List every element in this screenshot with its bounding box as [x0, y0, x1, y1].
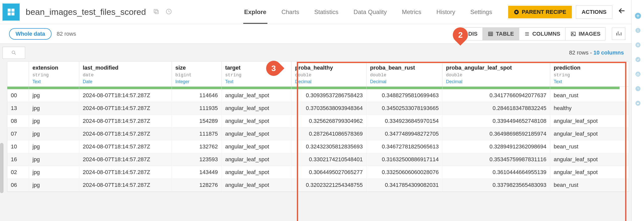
scrollbar-handle[interactable] — [0, 143, 4, 193]
cell-prediction: angular_leaf_spot — [550, 115, 620, 127]
columns-view-label: COLUMNS — [532, 31, 560, 37]
cell-last-modified: 2024-08-07T18:14:57.287Z — [79, 153, 172, 166]
annotation-marker-2: 2 — [453, 27, 468, 42]
parent-recipe-button[interactable]: PARENT RECIPE — [508, 6, 572, 18]
cell-proba-angular-leaf-spot: 0.3610444664955139 — [442, 166, 550, 179]
dataset-action-icons — [153, 8, 172, 16]
cell-last-modified: 2024-08-07T18:14:57.287Z — [79, 128, 172, 140]
cell-last-modified: 2024-08-07T18:14:57.287Z — [79, 140, 172, 153]
table-row[interactable]: 08jpg2024-08-07T18:14:57.287Z154289angul… — [7, 115, 629, 128]
cell-target: angular_leaf_spot — [222, 166, 292, 179]
cell-size: 154289 — [172, 115, 222, 127]
cell-last-modified: 2024-08-07T18:14:57.287Z — [79, 115, 172, 127]
cell-size: 132762 — [172, 140, 222, 153]
cell-proba-angular-leaf-spot: 0.35345759987831116 — [442, 153, 550, 166]
cell-last-modified: 2024-08-07T18:14:57.287Z — [79, 102, 172, 115]
cell-proba-bean-rust: 0.34882795810699463 — [367, 89, 442, 102]
search-input[interactable] — [3, 47, 25, 59]
grid-header: extension string Text last_modified date… — [7, 62, 629, 87]
cell-proba-healthy: 0.30939537286758423 — [292, 89, 367, 102]
right-rail: i — [631, 0, 644, 221]
cell-extension: jpg — [29, 89, 79, 102]
cell-id: 13 — [7, 102, 29, 115]
col-header-prediction[interactable]: prediction string Text — [550, 62, 620, 86]
cell-prediction: bean_rust — [550, 140, 620, 153]
tab-metrics[interactable]: Metrics — [401, 0, 422, 24]
add-icon[interactable] — [635, 13, 641, 19]
svg-point-14 — [635, 72, 640, 77]
table-area: 82 rows - 10 columns extension string Te… — [0, 44, 631, 221]
back-arrow-icon[interactable] — [617, 6, 626, 18]
col-header-rowid[interactable] — [7, 62, 29, 86]
discuss-icon[interactable] — [635, 100, 641, 106]
subbar: Whole data 82 rows DIS TABLE COLUMNS IMA… — [0, 24, 631, 44]
actions-button[interactable]: ACTIONS — [576, 6, 612, 19]
tab-data-quality[interactable]: Data Quality — [352, 0, 388, 24]
tab-charts[interactable]: Charts — [280, 0, 300, 24]
cell-proba-healthy: 0.37035638093948364 — [292, 102, 367, 115]
columns-view-button[interactable]: COLUMNS — [519, 27, 566, 40]
col-header-size[interactable]: size bigint Integer — [172, 62, 222, 86]
tab-statistics[interactable]: Statistics — [313, 0, 339, 24]
images-view-label: IMAGES — [579, 31, 600, 37]
cell-extension: jpg — [29, 115, 79, 127]
svg-text:i: i — [637, 28, 638, 32]
dataset-name: bean_images_test_files_scored — [26, 7, 146, 17]
cell-proba-healthy: 0.3064495027065277 — [292, 166, 367, 179]
history-icon[interactable] — [635, 85, 641, 92]
cell-size: 128276 — [172, 179, 222, 191]
col-header-proba-healthy[interactable]: proba_healthy double Decimal — [292, 62, 367, 86]
cell-extension: jpg — [29, 102, 79, 115]
cell-target: angular_leaf_spot — [222, 179, 292, 191]
cell-proba-angular-leaf-spot: 0.34177660942077637 — [442, 89, 550, 102]
table-row[interactable]: 10jpg2024-08-07T18:14:57.287Z132762angul… — [7, 140, 629, 153]
cell-last-modified: 2024-08-07T18:14:57.287Z — [79, 166, 172, 179]
dataset-icon — [3, 4, 20, 21]
svg-rect-1 — [154, 9, 157, 13]
col-header-last-modified[interactable]: last_modified date Date — [79, 62, 172, 86]
table-row[interactable]: 00jpg2024-08-07T18:14:57.287Z114646angul… — [7, 89, 629, 102]
tab-settings[interactable]: Settings — [469, 0, 493, 24]
whole-data-chip[interactable]: Whole data — [9, 28, 52, 40]
cell-proba-bean-rust: 0.31632500886917114 — [367, 153, 442, 166]
cell-proba-bean-rust: 0.3477489948272705 — [367, 128, 442, 140]
table-row[interactable]: 13jpg2024-08-07T18:14:57.287Z111935angul… — [7, 102, 629, 115]
refresh-icon[interactable] — [166, 8, 172, 16]
cell-id: 06 — [7, 179, 29, 191]
cell-size: 143449 — [172, 166, 222, 179]
cell-proba-bean-rust: 0.3349236845970154 — [367, 115, 442, 127]
cell-size: 111935 — [172, 102, 222, 115]
cell-extension: jpg — [29, 166, 79, 179]
cell-proba-healthy: 0.3302174210548401 — [292, 153, 367, 166]
list-icon[interactable] — [635, 42, 641, 48]
table-view-label: TABLE — [496, 31, 514, 37]
cell-extension: jpg — [29, 153, 79, 166]
copy-icon[interactable] — [153, 8, 159, 16]
meta-cols[interactable]: 10 columns — [593, 49, 624, 56]
table-row[interactable]: 07jpg2024-08-07T18:14:57.287Z111875angul… — [7, 128, 629, 140]
cell-prediction: bean_rust — [550, 89, 620, 102]
info-icon[interactable]: i — [635, 27, 641, 34]
table-view-button[interactable]: TABLE — [482, 27, 519, 40]
chart-toggle-button[interactable] — [612, 28, 625, 40]
cell-size: 123593 — [172, 153, 222, 166]
col-header-proba-angular-leaf-spot[interactable]: proba_angular_leaf_spot double Decimal — [442, 62, 550, 86]
cell-target: angular_leaf_spot — [222, 128, 292, 140]
cell-proba-angular-leaf-spot: 0.3379823565483093 — [442, 179, 550, 191]
cell-extension: jpg — [29, 128, 79, 140]
images-view-button[interactable]: IMAGES — [566, 27, 606, 40]
parent-recipe-label: PARENT RECIPE — [522, 9, 566, 15]
cell-prediction: bean_rust — [550, 179, 620, 191]
tab-explore[interactable]: Explore — [243, 0, 267, 24]
col-header-extension[interactable]: extension string Text — [29, 62, 79, 86]
table-row[interactable]: 02jpg2024-08-07T18:14:57.287Z143449angul… — [7, 166, 629, 179]
lab-icon[interactable] — [635, 71, 641, 77]
svg-rect-5 — [489, 32, 493, 36]
cell-proba-bean-rust: 0.3417854309082031 — [367, 179, 442, 191]
tab-history[interactable]: History — [435, 0, 456, 24]
col-header-proba-bean-rust[interactable]: proba_bean_rust double Decimal — [367, 62, 442, 86]
svg-point-8 — [12, 51, 15, 54]
check-icon[interactable] — [635, 56, 641, 63]
table-row[interactable]: 06jpg2024-08-07T18:14:57.287Z128276angul… — [7, 179, 629, 192]
table-row[interactable]: 16jpg2024-08-07T18:14:57.287Z123593angul… — [7, 153, 629, 166]
